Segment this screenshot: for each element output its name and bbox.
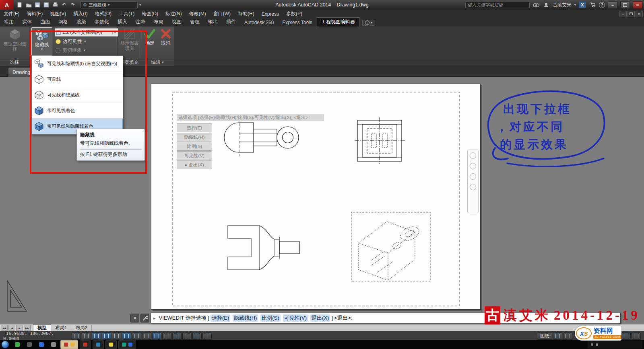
- autocad-logo-icon[interactable]: A: [0, 0, 14, 10]
- cancel-button[interactable]: 取消: [159, 28, 173, 46]
- start-orb-icon[interactable]: [2, 341, 9, 348]
- quick-view-layouts-icon[interactable]: [553, 333, 562, 340]
- first-layout-icon[interactable]: ◀◀: [1, 325, 8, 331]
- object-snap-tracking-icon[interactable]: [142, 333, 151, 340]
- option-exit[interactable]: ●退出(X): [177, 160, 212, 169]
- transparency-icon[interactable]: [182, 333, 192, 340]
- menu-edit[interactable]: 编辑(E): [23, 10, 46, 18]
- new-file-icon[interactable]: [16, 2, 23, 8]
- menu-format[interactable]: 格式(O): [91, 10, 115, 18]
- menu-tools[interactable]: 工具(T): [115, 10, 138, 18]
- tab-surface[interactable]: 曲面: [36, 18, 54, 27]
- ortho-mode-icon[interactable]: [102, 333, 111, 340]
- menu-item-visible-lines[interactable]: 可见线: [32, 72, 123, 87]
- tab-drawing-view-editor[interactable]: 工程视图编辑器: [317, 17, 359, 27]
- snap-mode-icon[interactable]: [82, 333, 91, 340]
- menu-view[interactable]: 视图(V): [46, 10, 70, 18]
- menu-parametric[interactable]: 参数(P): [283, 10, 306, 18]
- tab-mesh[interactable]: 网格: [54, 18, 72, 27]
- ribbon-options-button[interactable]: ▾: [362, 20, 376, 26]
- user-menu-caret-icon[interactable]: ▾: [574, 3, 576, 7]
- mdi-minimize-icon[interactable]: –: [619, 11, 627, 17]
- panel-edit-label[interactable]: 编辑▾: [141, 59, 174, 66]
- taskbar-window[interactable]: [118, 340, 136, 349]
- restore-button[interactable]: [620, 1, 630, 9]
- tab-insert[interactable]: 插入: [114, 18, 131, 27]
- tab-model[interactable]: 模型: [33, 324, 51, 331]
- polar-tracking-icon[interactable]: [112, 333, 121, 340]
- menu-item-shaded-visible-lines[interactable]: 带可见线着色: [32, 103, 123, 119]
- minimize-button[interactable]: –: [608, 1, 617, 9]
- tab-manage[interactable]: 管理: [186, 18, 204, 27]
- search-input[interactable]: [465, 2, 530, 8]
- signin-user[interactable]: 古滇艾米: [553, 2, 571, 8]
- tab-view[interactable]: 视图: [168, 18, 186, 27]
- open-folder-icon[interactable]: [25, 2, 32, 8]
- taskbar-window[interactable]: [105, 340, 117, 349]
- grid-display-icon[interactable]: [92, 333, 101, 340]
- workspace-switcher[interactable]: ⚙ 三维建模 ▾: [80, 1, 138, 8]
- option-select[interactable]: 选择(E): [177, 123, 212, 132]
- tab-layout2[interactable]: 布局2: [71, 325, 91, 331]
- help-icon[interactable]: ?: [599, 2, 605, 8]
- tab-home[interactable]: 常用: [0, 18, 18, 27]
- command-key-visibility[interactable]: 可见性(V): [283, 314, 308, 322]
- navigation-bar[interactable]: [467, 150, 479, 213]
- next-layout-icon[interactable]: ▶: [16, 325, 23, 331]
- menu-dimension[interactable]: 标注(N): [162, 10, 186, 18]
- save-icon[interactable]: [34, 2, 41, 8]
- tab-annotate[interactable]: 注释: [132, 18, 149, 27]
- tab-express-tools[interactable]: Express Tools: [278, 19, 316, 27]
- tab-render[interactable]: 渲染: [72, 18, 90, 27]
- taskbar-item[interactable]: [12, 341, 23, 348]
- command-key-select[interactable]: 选择(E): [211, 314, 230, 322]
- quick-view-drawings-icon[interactable]: [563, 333, 572, 340]
- 3d-object-snap-icon[interactable]: [132, 333, 141, 340]
- option-hidden-lines[interactable]: 隐藏线(H): [177, 133, 212, 142]
- tab-solid[interactable]: 实体: [18, 18, 36, 27]
- menu-item-from-parent-view[interactable]: 可见线和隐藏线(I) (来自父视图(F)): [32, 56, 123, 72]
- menu-express[interactable]: Express: [258, 10, 283, 18]
- tab-autodesk360[interactable]: Autodesk 360: [240, 19, 278, 27]
- taskbar-item[interactable]: [48, 341, 59, 348]
- system-tray[interactable]: [588, 341, 642, 349]
- orbit-icon[interactable]: [470, 184, 476, 190]
- last-layout-icon[interactable]: ▶▶: [24, 325, 31, 331]
- command-key-hidden[interactable]: 隐藏线(H): [233, 314, 258, 322]
- menu-window[interactable]: 窗口(W): [210, 10, 234, 18]
- ok-button[interactable]: 确定: [142, 28, 157, 46]
- option-scale[interactable]: 比例(S): [177, 142, 212, 151]
- menu-help[interactable]: 帮助(H): [234, 10, 258, 18]
- exchange-apps-icon[interactable]: X: [579, 2, 586, 8]
- taskbar-item[interactable]: [24, 341, 35, 348]
- hidden-lines-split-button[interactable]: 隐藏线 ▾: [31, 27, 52, 55]
- cart-icon[interactable]: [589, 2, 596, 8]
- menu-file[interactable]: 文件(F): [0, 10, 23, 18]
- tab-layout[interactable]: 布局: [150, 18, 167, 27]
- view-scale-combo[interactable]: 1:2 (来自父视图(F)) ▾: [55, 28, 118, 37]
- taskbar-window[interactable]: [80, 340, 91, 349]
- object-snap-icon[interactable]: [122, 333, 131, 340]
- tab-output[interactable]: 输出: [204, 18, 222, 27]
- wrench-icon[interactable]: [140, 314, 149, 322]
- qat-customize-icon[interactable]: ▾: [139, 3, 141, 7]
- mdi-close-icon[interactable]: ✕: [636, 11, 643, 17]
- taskbar-window[interactable]: [93, 340, 104, 349]
- selection-cycling-icon[interactable]: [192, 333, 202, 340]
- pan-icon[interactable]: [470, 163, 476, 169]
- display-lock-icon[interactable]: [621, 333, 631, 340]
- lineweight-icon[interactable]: [172, 333, 182, 340]
- close-button[interactable]: ✕: [633, 1, 642, 9]
- layout-paper[interactable]: 选择选项 [选择(E)/隐藏线(H)/比例(S)/可见性(V)/退出(X)] <…: [151, 84, 481, 310]
- command-key-scale[interactable]: 比例(S): [260, 314, 280, 322]
- taskbar-window-active[interactable]: [60, 340, 78, 349]
- steering-wheel-icon[interactable]: [470, 152, 476, 159]
- dynamic-ucs-icon[interactable]: [152, 333, 161, 340]
- annotation-monitor-icon[interactable]: [202, 333, 212, 340]
- close-command-icon[interactable]: ✕: [130, 314, 139, 322]
- mdi-restore-icon[interactable]: [627, 11, 635, 17]
- menu-insert[interactable]: 插入(I): [70, 10, 91, 18]
- zoom-icon[interactable]: [470, 173, 476, 180]
- prev-layout-icon[interactable]: ◀: [8, 325, 15, 331]
- redo-icon[interactable]: ↷: [69, 2, 76, 8]
